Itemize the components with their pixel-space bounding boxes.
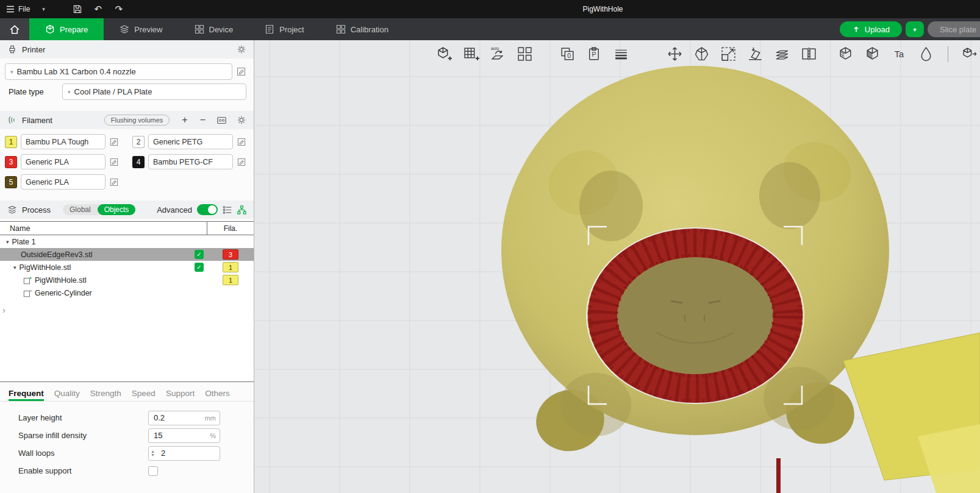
tab-others[interactable]: Others bbox=[205, 389, 230, 401]
yellow-slab-object[interactable] bbox=[843, 333, 980, 493]
edit-filament-1-button[interactable] bbox=[109, 137, 119, 147]
tab-speed[interactable]: Speed bbox=[132, 389, 156, 401]
printer-name: Bambu Lab X1 Carbon 0.4 nozzle bbox=[17, 67, 136, 76]
tree-row-outsideedgerev3[interactable]: OutsideEdgeRev3.stl ✓ 3 bbox=[0, 248, 254, 261]
layers-button[interactable] bbox=[610, 43, 632, 65]
paste-button[interactable]: P bbox=[583, 43, 606, 65]
preview-icon bbox=[120, 24, 129, 34]
support-paint-button[interactable] bbox=[834, 43, 857, 65]
enable-support-label: Enable support bbox=[0, 466, 148, 475]
printer-section-header: Printer bbox=[0, 40, 254, 59]
copy-button[interactable]: 0 bbox=[556, 43, 579, 65]
assembly-button[interactable] bbox=[959, 43, 980, 65]
tab-device[interactable]: Device bbox=[179, 18, 249, 40]
edit-filament-5-button[interactable] bbox=[109, 177, 119, 187]
sparse-infill-input[interactable] bbox=[148, 428, 220, 443]
tree-row-plate-1[interactable]: ▾ Plate 1 bbox=[0, 235, 254, 248]
flushing-volumes-button[interactable]: Flushing volumes bbox=[104, 115, 170, 126]
tree-row-label: PigWithHole.stl bbox=[35, 276, 87, 285]
home-button[interactable] bbox=[0, 18, 29, 40]
edit-filament-3-button[interactable] bbox=[109, 157, 119, 167]
printer-select[interactable]: ▾ Bambu Lab X1 Carbon 0.4 nozzle bbox=[5, 63, 232, 80]
tab-support[interactable]: Support bbox=[166, 389, 195, 401]
printer-settings-gear-icon[interactable] bbox=[237, 44, 246, 54]
remove-filament-button[interactable]: − bbox=[200, 115, 206, 125]
color-paint-button[interactable] bbox=[915, 43, 937, 65]
tab-project[interactable]: Project bbox=[249, 18, 320, 40]
segment-objects[interactable]: Objects bbox=[98, 204, 136, 215]
visibility-checkbox[interactable]: ✓ bbox=[195, 250, 204, 259]
visibility-checkbox[interactable]: ✓ bbox=[195, 263, 204, 272]
tab-prepare[interactable]: Prepare bbox=[29, 18, 104, 40]
tree-row-generic-cylinder[interactable]: Generic-Cylinder bbox=[0, 286, 254, 299]
add-plate-button[interactable] bbox=[460, 43, 482, 65]
advanced-toggle[interactable] bbox=[197, 204, 218, 215]
sidebar-collapse-handle[interactable]: › bbox=[2, 305, 5, 315]
add-filament-button[interactable]: + bbox=[182, 115, 187, 125]
filament-2-badge[interactable]: 2 bbox=[132, 136, 145, 148]
tree-row-pigwithhole[interactable]: ▾ PigWithHole.stl ✓ 1 bbox=[0, 261, 254, 274]
arrange-button[interactable] bbox=[513, 43, 536, 65]
filament-3-select[interactable]: Generic PLA bbox=[21, 154, 106, 169]
variable-layer-button[interactable] bbox=[771, 43, 793, 65]
add-object-button[interactable] bbox=[433, 43, 456, 65]
filament-assignment-badge[interactable]: 3 bbox=[223, 249, 238, 260]
save-button[interactable] bbox=[67, 0, 88, 18]
lay-flat-button[interactable] bbox=[744, 43, 767, 65]
undo-button[interactable]: ↶ bbox=[88, 0, 109, 18]
redo-button[interactable]: ↷ bbox=[109, 0, 129, 18]
upload-dropdown-button[interactable]: ▾ bbox=[906, 21, 924, 37]
tab-quality[interactable]: Quality bbox=[54, 389, 80, 401]
filament-5-badge[interactable]: 5 bbox=[5, 176, 17, 188]
edit-filament-2-button[interactable] bbox=[237, 137, 246, 147]
rotate-button[interactable] bbox=[690, 43, 713, 65]
plate-type-select[interactable]: ▾ Cool Plate / PLA Plate bbox=[62, 83, 246, 100]
auto-orient-button[interactable]: auto bbox=[487, 43, 509, 65]
filament-4-badge[interactable]: 4 bbox=[132, 156, 145, 168]
color-fill-button[interactable] bbox=[861, 43, 884, 65]
tree-row-pigwithhole-part[interactable]: PigWithHole.stl 1 bbox=[0, 274, 254, 286]
move-button[interactable] bbox=[663, 43, 686, 65]
tree-row-label: Plate 1 bbox=[12, 238, 36, 246]
process-section-header: Process Global Objects Advanced bbox=[0, 200, 254, 219]
add-plate-icon bbox=[463, 46, 479, 62]
filament-4-select[interactable]: Bambu PETG-CF bbox=[148, 154, 233, 169]
lay-flat-icon bbox=[747, 46, 764, 62]
filament-settings-gear-icon[interactable] bbox=[237, 115, 246, 125]
filament-assignment-badge[interactable]: 1 bbox=[223, 262, 238, 272]
scale-button[interactable] bbox=[717, 43, 740, 65]
text-tool-button[interactable]: Ta bbox=[888, 43, 910, 65]
wall-loops-input[interactable] bbox=[148, 446, 220, 461]
tab-strength[interactable]: Strength bbox=[90, 389, 121, 401]
upload-button[interactable]: Upload bbox=[840, 21, 902, 37]
chevron-down-icon[interactable]: ▾ bbox=[6, 239, 9, 245]
chevron-down-icon[interactable]: ▾ bbox=[13, 264, 16, 271]
tree-row-label: OutsideEdgeRev3.stl bbox=[21, 250, 92, 259]
filament-1-select[interactable]: Bambu PLA Tough bbox=[21, 134, 106, 149]
edit-filament-4-button[interactable] bbox=[237, 157, 246, 167]
filament-assignment-badge[interactable]: 1 bbox=[223, 275, 238, 285]
slice-plate-button[interactable]: Slice plate bbox=[928, 21, 980, 37]
filament-5-select[interactable]: Generic PLA bbox=[21, 174, 106, 190]
split-button[interactable] bbox=[798, 43, 820, 65]
param-list-icon[interactable] bbox=[223, 205, 232, 215]
pig-model[interactable] bbox=[501, 66, 889, 458]
tab-frequent[interactable]: Frequent bbox=[9, 389, 44, 401]
process-tree-icon[interactable] bbox=[237, 205, 246, 215]
filament-1-badge[interactable]: 1 bbox=[5, 136, 17, 148]
layer-height-input[interactable] bbox=[148, 411, 220, 425]
color-paint-icon bbox=[918, 46, 934, 62]
enable-support-checkbox[interactable] bbox=[148, 466, 158, 476]
stepper-down-icon[interactable]: ▼ bbox=[151, 453, 155, 457]
copy-icon: 0 bbox=[559, 46, 576, 62]
file-menu[interactable]: File ▾ bbox=[0, 0, 51, 18]
tab-calibration[interactable]: Calibration bbox=[320, 18, 404, 40]
segment-global[interactable]: Global bbox=[63, 204, 98, 215]
ams-icon[interactable] bbox=[216, 116, 227, 125]
edit-printer-button[interactable] bbox=[236, 66, 246, 77]
filament-3-badge[interactable]: 3 bbox=[5, 156, 17, 168]
viewport-3d[interactable]: auto 0 P bbox=[254, 40, 980, 493]
slice-plate-label: Slice plate bbox=[940, 25, 976, 34]
filament-2-select[interactable]: Generic PETG bbox=[148, 134, 233, 149]
tab-preview[interactable]: Preview bbox=[104, 18, 178, 40]
